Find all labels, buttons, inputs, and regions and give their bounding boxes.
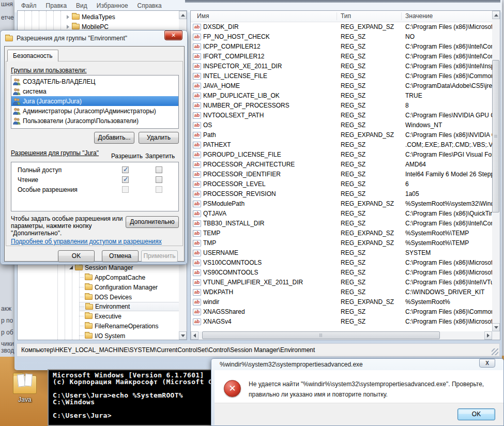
value-data: C:\Program Files (x86)\QuickTime	[405, 210, 492, 217]
scrollbar-thumb[interactable]	[202, 331, 440, 339]
value-type: REG_SZ	[341, 53, 399, 60]
scrollbar-thumb[interactable]	[492, 60, 499, 212]
registry-value-row[interactable]: ab JAVA_HOME REG_SZ C:\ProgramData\Adobe…	[191, 81, 492, 91]
registry-value-row[interactable]: ab INTEL_LICENSE_FILE REG_SZ C:\Program …	[191, 71, 492, 81]
allow-checkbox[interactable]	[122, 166, 129, 173]
tree-item[interactable]: I/O System	[79, 331, 187, 340]
tree-item[interactable]: AppCompatCache	[79, 272, 187, 282]
menu-item[interactable]: Вид	[71, 1, 92, 10]
value-type: REG_EXPAND_SZ	[341, 230, 399, 237]
group-item[interactable]: СОЗДАТЕЛЬ-ВЛАДЕЛЕЦ	[11, 77, 178, 86]
cancel-button[interactable]: Отмена	[102, 250, 139, 262]
registry-value-row[interactable]: ab PSModulePath REG_EXPAND_SZ %SystemRoo…	[191, 199, 492, 209]
value-type: REG_SZ	[341, 102, 399, 109]
dialog-title-bar: Разрешения для группы "Environment"	[1, 31, 187, 46]
group-item[interactable]: система	[11, 86, 178, 96]
registry-value-row[interactable]: ab Path REG_EXPAND_SZ C:\Program Files (…	[191, 130, 492, 140]
registry-value-row[interactable]: ab XNAGSShared REG_SZ C:\Program Files (…	[191, 307, 492, 317]
registry-value-row[interactable]: ab PROCESSOR_ARCHITECTURE REG_SZ AMD64	[191, 160, 492, 170]
folder-icon	[5, 36, 13, 41]
scroll-down-button[interactable]	[492, 323, 500, 331]
registry-value-row[interactable]: ab windir REG_EXPAND_SZ %SystemRoot%	[191, 297, 492, 307]
resize-grip[interactable]	[492, 348, 498, 355]
value-data: Intel64 Family 6 Model 26 Steppin	[405, 171, 492, 178]
registry-value-row[interactable]: ab XNAGSv4 REG_SZ C:\Program Files (x86)…	[191, 317, 492, 327]
list-horizontal-scrollbar[interactable]	[191, 331, 492, 340]
value-name: PROCESSOR_LEVEL	[203, 180, 337, 188]
desktop-icon-java[interactable]: Java	[8, 375, 41, 403]
add-button[interactable]: Добавить...	[94, 132, 134, 144]
column-header-name[interactable]: Имя	[197, 12, 209, 20]
menu-item[interactable]: Справка	[133, 1, 166, 10]
tree-item[interactable]: Executive	[79, 311, 187, 321]
close-button[interactable]: ✕	[164, 31, 182, 40]
tree-item[interactable]: FileRenameOperations	[79, 321, 187, 331]
scroll-up-button[interactable]	[492, 11, 500, 19]
registry-value-row[interactable]: ab FP_NO_HOST_CHECK REG_SZ NO	[191, 32, 492, 42]
group-item[interactable]: Администраторы (Juracomp\Администраторы)	[11, 106, 178, 116]
tree-item[interactable]: Configuration Manager	[79, 282, 187, 292]
menu-item[interactable]: Правка	[41, 1, 72, 10]
registry-value-row[interactable]: ab ICPP_COMPILER12 REG_SZ C:\Program Fil…	[191, 42, 492, 52]
remove-button[interactable]: Удалить	[139, 132, 179, 144]
value-data: 6	[405, 180, 492, 188]
registry-value-row[interactable]: ab KMP_DUPLICATE_LIB_OK REG_SZ TRUE	[191, 91, 492, 101]
registry-value-row[interactable]: ab DXSDK_DIR REG_EXPAND_SZ C:\Program Fi…	[191, 22, 492, 32]
registry-value-row[interactable]: ab TBB30_INSTALL_DIR REG_SZ C:\Program F…	[191, 219, 492, 229]
close-button[interactable]: X	[479, 359, 495, 368]
column-header-value[interactable]: Значение	[405, 12, 433, 20]
menu-item[interactable]: Избранное	[92, 1, 133, 10]
registry-value-row[interactable]: ab QTJAVA REG_SZ C:\Program Files (x86)\…	[191, 209, 492, 219]
deny-checkbox[interactable]	[156, 176, 162, 183]
column-header-type[interactable]: Тип	[341, 12, 351, 20]
value-name: NVTOOLSEXT_PATH	[203, 112, 337, 119]
value-data: C:\Program Files (x86)\Intel\Comp	[405, 53, 492, 60]
registry-value-row[interactable]: ab NVTOOLSEXT_PATH REG_SZ C:\Program Fil…	[191, 111, 492, 120]
registry-value-row[interactable]: ab PGROUPD_LICENSE_FILE REG_SZ C:\Progra…	[191, 150, 492, 160]
registry-value-row[interactable]: ab OS REG_SZ Windows_NT	[191, 120, 492, 130]
registry-value-row[interactable]: ab TMP REG_EXPAND_SZ %SystemRoot%\TEMP	[191, 238, 492, 248]
registry-value-row[interactable]: ab IFORT_COMPILER12 REG_SZ C:\Program Fi…	[191, 52, 492, 62]
string-value-icon: ab	[193, 142, 201, 148]
tree-item[interactable]: MediaTypes	[67, 12, 115, 22]
menu-item[interactable]: Файл	[17, 1, 41, 10]
registry-value-row[interactable]: ab PROCESSOR_REVISION REG_SZ 1a05	[191, 189, 492, 199]
ok-button[interactable]: OK	[58, 250, 95, 262]
deny-checkbox[interactable]	[156, 186, 162, 193]
scroll-right-button[interactable]	[484, 331, 492, 340]
chevron-collapsed-icon[interactable]	[67, 25, 69, 29]
advanced-button[interactable]: Дополнительно	[126, 216, 179, 228]
tree-children: AppCompatCache Configuration Manager DOS…	[79, 272, 187, 340]
scroll-down-button[interactable]	[179, 331, 187, 340]
group-item[interactable]: Пользователи (Juracomp\Пользователи)	[11, 116, 178, 126]
folder-icon	[75, 265, 83, 270]
scroll-left-button[interactable]	[191, 331, 198, 340]
tree-item[interactable]: Environment	[79, 302, 187, 311]
registry-value-row[interactable]: ab USERNAME REG_SZ SYSTEM	[191, 248, 492, 258]
groups-list[interactable]: СОЗДАТЕЛЬ-ВЛАДЕЛЕЦ	[11, 75, 179, 129]
list-vertical-scrollbar[interactable]	[492, 11, 500, 331]
registry-value-row[interactable]: ab VS100COMNTOOLS REG_SZ C:\Program File…	[191, 258, 492, 268]
chevron-expanded-icon[interactable]	[69, 266, 73, 269]
allow-checkbox[interactable]	[122, 176, 129, 183]
ok-button[interactable]: OK	[457, 408, 495, 420]
chevron-collapsed-icon[interactable]	[67, 15, 69, 19]
screen: Java шняетчеакжр пор обчикизвод ФайлПрав…	[0, 0, 504, 426]
group-item[interactable]: Jura (Juracomp\Jura)	[11, 96, 178, 106]
tree-item[interactable]: DOS Devices	[79, 292, 187, 302]
allow-checkbox[interactable]	[122, 186, 129, 193]
deny-checkbox[interactable]	[156, 166, 162, 173]
registry-value-row[interactable]: ab VTUNE_AMPLIFIER_XE_2011_DIR REG_SZ C:…	[191, 278, 492, 287]
value-name: VS90COMNTOOLS	[203, 269, 337, 276]
scroll-up-button[interactable]	[179, 11, 187, 19]
registry-value-row[interactable]: ab VS90COMNTOOLS REG_SZ C:\Program Files…	[191, 268, 492, 278]
registry-value-row[interactable]: ab NUMBER_OF_PROCESSORS REG_SZ 8	[191, 101, 492, 111]
learn-more-link[interactable]: Подробнее об управлении доступом и разре…	[11, 238, 162, 245]
registry-value-row[interactable]: ab PROCESSOR_IDENTIFIER REG_SZ Intel64 F…	[191, 170, 492, 179]
tab-security[interactable]: Безопасность	[7, 50, 58, 62]
registry-value-row[interactable]: ab PATHEXT REG_SZ .COM;.EXE;.BAT;.CMD;.V…	[191, 140, 492, 150]
registry-value-row[interactable]: ab INSPECTOR_XE_2011_DIR REG_SZ C:\Progr…	[191, 62, 492, 71]
registry-value-row[interactable]: ab WDKPATH REG_SZ C:\WINDOWS_DRIVER_KIT	[191, 287, 492, 297]
registry-value-row[interactable]: ab TEMP REG_EXPAND_SZ %SystemRoot%\TEMP	[191, 229, 492, 238]
registry-value-row[interactable]: ab PROCESSOR_LEVEL REG_SZ 6	[191, 179, 492, 189]
